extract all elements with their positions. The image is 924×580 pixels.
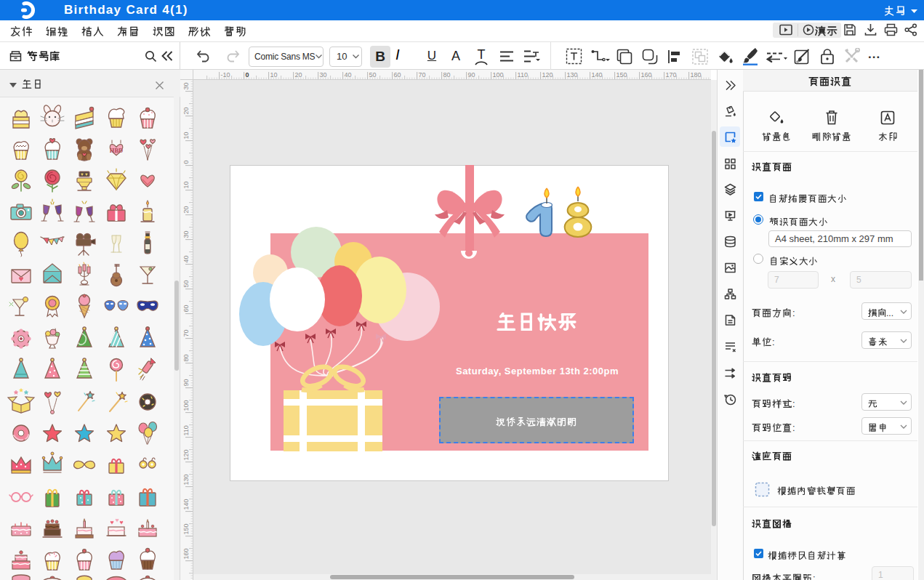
svg-text:60: 60 <box>394 71 401 78</box>
svg-text:80: 80 <box>443 71 451 78</box>
svg-text:40: 40 <box>182 256 190 263</box>
svg-text:90: 90 <box>468 71 475 78</box>
svg-text:30: 30 <box>182 83 190 90</box>
svg-text:70: 70 <box>182 330 190 337</box>
svg-text:50: 50 <box>182 281 190 288</box>
svg-text:140: 140 <box>182 499 190 510</box>
svg-text:150: 150 <box>616 71 627 78</box>
svg-text:10: 10 <box>270 71 278 78</box>
svg-text:90: 90 <box>182 379 190 387</box>
svg-text:30: 30 <box>320 71 327 78</box>
svg-text:120: 120 <box>182 450 190 461</box>
svg-text:HBD: HBD <box>110 147 123 154</box>
svg-text:100: 100 <box>182 400 190 411</box>
svg-text:20: 20 <box>182 206 190 214</box>
svg-text:160: 160 <box>182 549 190 560</box>
svg-text:110: 110 <box>182 425 190 435</box>
svg-text:140: 140 <box>592 71 603 78</box>
svg-text:50: 50 <box>369 71 377 78</box>
svg-text:20: 20 <box>295 71 302 78</box>
svg-text:10: 10 <box>182 182 190 189</box>
svg-text:110: 110 <box>518 71 528 78</box>
svg-text:100: 100 <box>493 71 504 78</box>
svg-text:20: 20 <box>182 108 190 115</box>
svg-text:60: 60 <box>182 305 190 313</box>
svg-text:0: 0 <box>182 161 190 164</box>
svg-text:180: 180 <box>691 71 702 78</box>
svg-text:0: 0 <box>246 71 249 78</box>
svg-text:150: 150 <box>182 524 190 535</box>
svg-text:30: 30 <box>182 231 190 238</box>
svg-text:130: 130 <box>182 475 190 486</box>
svg-text:160: 160 <box>641 71 652 78</box>
svg-text:-10: -10 <box>221 71 230 78</box>
svg-text:40: 40 <box>345 71 352 78</box>
svg-text:170: 170 <box>666 71 677 78</box>
svg-text:120: 120 <box>542 71 553 78</box>
svg-text:70: 70 <box>419 71 426 78</box>
svg-text:80: 80 <box>182 355 190 362</box>
svg-text:10: 10 <box>182 132 190 140</box>
svg-text:130: 130 <box>567 71 578 78</box>
